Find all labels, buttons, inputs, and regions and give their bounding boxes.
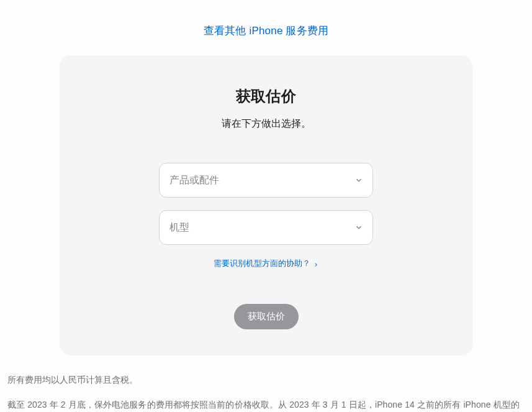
help-link-label: 需要识别机型方面的协助？ xyxy=(214,258,310,269)
card-subtitle: 请在下方做出选择。 xyxy=(84,117,448,130)
model-select[interactable]: 机型 xyxy=(159,210,373,245)
footer-line-2: 截至 2023 年 2 月底，保外电池服务的费用都将按照当前的价格收取。从 20… xyxy=(7,398,525,412)
card-title: 获取估价 xyxy=(84,86,448,106)
estimate-card: 获取估价 请在下方做出选择。 产品或配件 机型 需要识别机型方面的协助？ 获取估… xyxy=(60,55,472,355)
identify-model-help-link[interactable]: 需要识别机型方面的协助？ xyxy=(214,258,319,269)
footer-line-1: 所有费用均以人民币计算且含税。 xyxy=(7,373,525,387)
product-select-wrapper: 产品或配件 xyxy=(159,163,373,198)
model-select-wrapper: 机型 xyxy=(159,210,373,245)
other-service-fees-link[interactable]: 查看其他 iPhone 服务费用 xyxy=(204,25,329,37)
get-estimate-button[interactable]: 获取估价 xyxy=(234,304,299,329)
footer-notes: 所有费用均以人民币计算且含税。 截至 2023 年 2 月底，保外电池服务的费用… xyxy=(0,373,532,412)
product-select[interactable]: 产品或配件 xyxy=(159,163,373,198)
footer-line-2-text: 截至 2023 年 2 月底，保外电池服务的费用都将按照当前的价格收取。从 20… xyxy=(7,400,520,412)
chevron-right-icon xyxy=(313,260,319,267)
